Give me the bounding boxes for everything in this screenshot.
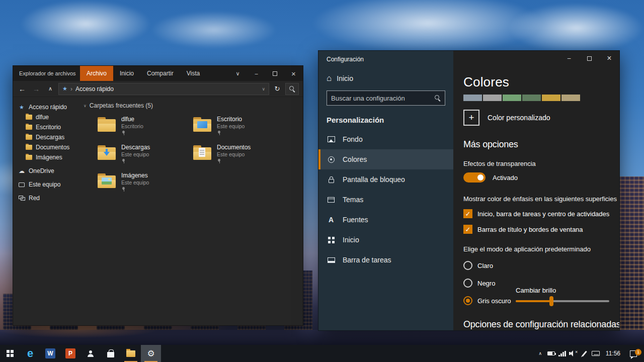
network-tray-button[interactable] [557,345,568,362]
group-header-frequent-folders[interactable]: ∨ Carpetas frecuentes (5) [84,102,303,109]
nav-item-fondo[interactable]: Fondo [318,129,453,149]
themes-icon [327,197,336,203]
minimize-button[interactable]: – [247,66,266,81]
nav-item-barra-de-tareas[interactable]: Barra de tareas [318,250,453,270]
tab-compartir[interactable]: Compartir [140,66,180,81]
back-button[interactable]: ← [16,83,28,95]
volume-muted-icon: × [569,350,578,356]
folder-icon [25,145,32,150]
folder-tile-escritorio[interactable]: Escritorio Este equipo [193,116,289,141]
folder-tile-documentos[interactable]: Documentos Este equipo [193,144,289,169]
close-button[interactable]: × [599,51,619,66]
collapse-chevron-icon[interactable]: ∨ [84,104,87,108]
sidebar-item-dlfue[interactable]: dlfue [13,112,80,122]
related-settings-heading: Opciones de configuración relacionadas [463,319,609,330]
checkbox-checked-icon[interactable]: ✓ [463,209,472,218]
settings-search-input[interactable] [331,95,432,102]
settings-search-box[interactable] [327,90,445,106]
documents-folder-icon [193,145,212,160]
transparency-toggle[interactable] [463,172,486,183]
color-swatch[interactable] [522,95,541,101]
sidebar-item-onedrive[interactable]: ☁ OneDrive [13,166,80,176]
nav-item-fuentes[interactable]: A Fuentes [318,210,453,230]
radio-selected-icon[interactable] [463,296,472,305]
slider-thumb[interactable] [549,296,553,306]
ribbon-expand-icon[interactable]: ∨ [228,66,247,81]
taskbar-edge-button[interactable]: e [20,345,40,362]
taskbar-explorer-button[interactable] [121,345,141,362]
sidebar-item-este-equipo[interactable]: Este equipo [13,179,80,190]
taskbar-store-button[interactable] [101,345,121,362]
radio-claro[interactable]: Claro [463,260,609,270]
explorer-search-box[interactable] [285,83,299,95]
tray-chevron-up[interactable]: ∧ [535,345,546,362]
colors-icon [327,156,336,163]
taskbar-clock[interactable]: 11:56 [601,350,625,357]
minimize-button[interactable]: – [559,51,579,66]
sidebar-item-imagenes[interactable]: Imágenes [13,152,80,162]
pen-tray-button[interactable] [579,345,590,362]
sidebar-item-acceso-rapido[interactable]: ★ Acceso rápido [13,102,80,112]
nav-home[interactable]: ⌂ Inicio [318,63,453,82]
battery-tray-button[interactable] [546,345,557,362]
color-swatch[interactable] [503,95,521,101]
radio-icon[interactable] [463,261,472,270]
nav-section-title: Personalización [318,116,453,124]
custom-color-button[interactable]: + Color personalizado [463,110,609,126]
settings-nav-list: Fondo Colores Pantalla de bloqueo Temas … [318,129,453,270]
tab-vista[interactable]: Vista [180,66,206,81]
water-reflection [0,330,644,345]
checkbox-checked-icon[interactable]: ✓ [463,225,472,234]
color-swatch[interactable] [463,95,482,101]
keyboard-tray-button[interactable] [590,345,601,362]
address-dropdown-icon[interactable]: ∨ [262,86,265,92]
transparency-label: Efectos de transparencia [463,160,609,167]
taskbar-people-button[interactable] [80,345,101,362]
settings-content-pane: – × Colores + Color personalizado Más op… [453,51,619,330]
address-location: Acceso rápido [75,85,114,93]
maximize-button[interactable] [579,51,599,66]
tab-inicio[interactable]: Inicio [113,66,140,81]
folder-tile-descargas[interactable]: Descargas Este equipo [98,144,193,169]
refresh-button[interactable]: ↻ [271,83,283,95]
nav-item-temas[interactable]: Temas [318,190,453,210]
sidebar-item-descargas[interactable]: Descargas [13,132,80,142]
brightness-slider[interactable] [516,300,609,302]
explorer-window-controls: ∨ – × [228,66,303,81]
background-icon [327,136,336,142]
radio-icon[interactable] [463,279,472,288]
checkbox-title-bars-borders[interactable]: ✓ Barras de título y bordes de ventana [463,225,609,234]
address-bar[interactable]: ★ › Acceso rápido ∨ [58,83,269,95]
color-swatch[interactable] [483,95,502,101]
slider-fill [516,300,551,302]
tab-archivo[interactable]: Archivo [80,66,113,81]
sidebar-item-escritorio[interactable]: Escritorio [13,122,80,132]
gear-icon: ⚙ [147,349,154,358]
explorer-content: ∨ Carpetas frecuentes (5) dlfue Escritor… [80,97,303,325]
home-icon: ⌂ [327,74,332,82]
pen-icon [582,350,588,356]
nav-item-colores[interactable]: Colores [318,149,453,169]
taskbar-powerpoint-button[interactable]: P [60,345,80,362]
volume-tray-button[interactable]: × [568,345,579,362]
nav-item-pantalla-de-bloqueo[interactable]: Pantalla de bloqueo [318,169,453,190]
close-button[interactable]: × [284,66,303,81]
checkbox-start-taskbar-action-center[interactable]: ✓ Inicio, barra de tareas y centro de ac… [463,209,609,218]
sidebar-item-red[interactable]: Red [13,193,80,203]
taskbar-word-button[interactable]: W [40,345,60,362]
search-icon [435,95,441,101]
nav-item-inicio[interactable]: Inicio [318,230,453,250]
color-swatch[interactable] [561,95,580,101]
folder-tile-imagenes[interactable]: Imágenes Este equipo [98,172,193,198]
action-center-button[interactable]: 1 [625,350,642,357]
taskbar: e W P ⚙ ∧ × 11:56 1 [0,345,644,362]
folder-tile-dlfue[interactable]: dlfue Escritorio [98,116,193,141]
taskbar-settings-button[interactable]: ⚙ [141,345,161,362]
sidebar-item-documentos[interactable]: Documentos [13,142,80,152]
up-button[interactable]: ∧ [44,83,56,95]
start-button[interactable] [0,345,20,362]
color-swatch[interactable] [542,95,560,101]
explorer-titlebar[interactable]: Explorador de archivos Archivo Inicio Co… [13,66,303,81]
maximize-button[interactable] [266,66,284,81]
forward-button[interactable]: → [30,83,42,95]
